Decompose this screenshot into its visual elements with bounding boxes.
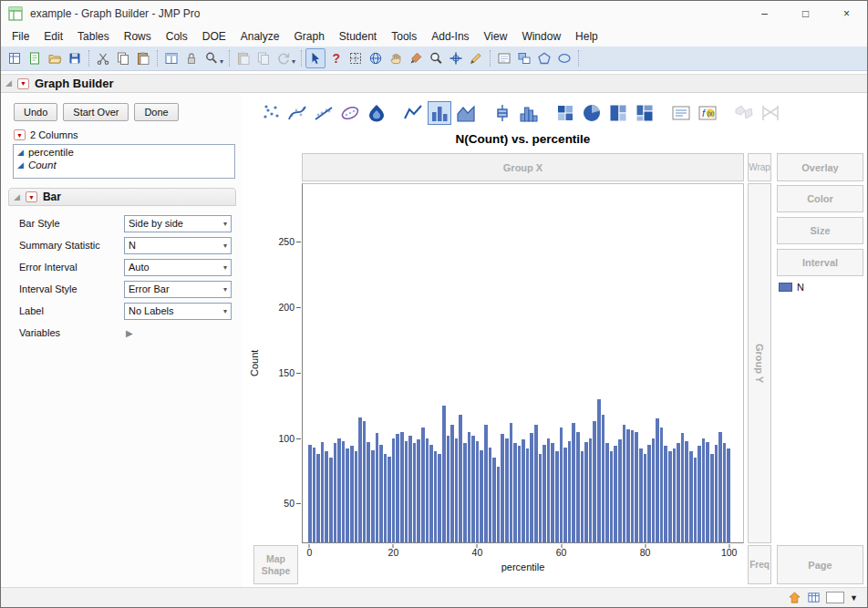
mosaic-element-icon[interactable]	[633, 101, 656, 125]
bar[interactable]	[673, 448, 677, 542]
red-triangle-menu-icon[interactable]: ▼	[17, 78, 29, 89]
bar[interactable]	[321, 442, 325, 542]
dropdown-caret-icon[interactable]: ▾	[220, 57, 223, 66]
bar[interactable]	[631, 430, 635, 542]
undo-button[interactable]: Undo	[14, 103, 57, 121]
color-zone[interactable]: Color	[777, 185, 863, 212]
bar[interactable]	[371, 450, 375, 542]
menu-view[interactable]: View	[477, 27, 515, 46]
points-element-icon[interactable]	[259, 101, 283, 125]
menu-addins[interactable]: Add-Ins	[424, 27, 476, 46]
open-icon[interactable]	[45, 48, 65, 68]
selection-icon[interactable]	[346, 48, 366, 68]
bar[interactable]	[572, 423, 575, 542]
menu-tables[interactable]: Tables	[70, 27, 117, 46]
error-interval-select[interactable]: Auto▾	[124, 259, 232, 276]
histogram-element-icon[interactable]	[517, 101, 541, 125]
bar[interactable]	[542, 445, 546, 542]
bar[interactable]	[597, 399, 601, 542]
menu-file[interactable]: File	[5, 27, 36, 46]
brush-icon[interactable]	[406, 48, 426, 68]
bar[interactable]	[384, 454, 388, 542]
menu-student[interactable]: Student	[332, 27, 384, 46]
menu-graph[interactable]: Graph	[286, 27, 331, 46]
magnifier-icon[interactable]	[426, 48, 446, 68]
disclosure-triangle-icon[interactable]: ◢	[5, 79, 12, 88]
bar[interactable]	[715, 445, 718, 542]
bar[interactable]	[468, 432, 471, 542]
bar[interactable]	[644, 454, 647, 542]
lock-icon[interactable]	[181, 48, 202, 68]
page-zone[interactable]: Page	[777, 545, 863, 584]
menu-doe[interactable]: DOE	[195, 27, 233, 46]
bar[interactable]	[489, 448, 492, 542]
menu-edit[interactable]: Edit	[36, 27, 70, 46]
bar[interactable]	[635, 432, 638, 542]
contour-element-icon[interactable]	[365, 101, 388, 125]
bar[interactable]	[681, 433, 685, 542]
bar[interactable]	[358, 417, 362, 542]
bar[interactable]	[639, 448, 643, 542]
layout-icon[interactable]	[161, 48, 181, 68]
close-button[interactable]: ×	[826, 1, 867, 26]
bar[interactable]	[342, 441, 346, 542]
bar[interactable]	[584, 442, 588, 542]
bar[interactable]	[647, 445, 651, 542]
map-shapes-element-icon[interactable]	[732, 101, 756, 125]
heatmap-element-icon[interactable]	[553, 101, 577, 125]
bar[interactable]	[492, 458, 496, 542]
bar[interactable]	[539, 454, 542, 542]
bar[interactable]	[346, 448, 349, 542]
bar[interactable]	[602, 415, 605, 542]
save-icon[interactable]	[65, 48, 85, 68]
bar[interactable]	[664, 446, 667, 542]
columns-list[interactable]: ◢percentile◢Count	[13, 144, 235, 179]
bar[interactable]	[510, 423, 513, 542]
wrap-zone[interactable]: Wrap	[748, 153, 771, 181]
menu-help[interactable]: Help	[568, 27, 605, 46]
bar[interactable]	[605, 443, 609, 542]
menu-rows[interactable]: Rows	[117, 27, 159, 46]
cut-icon[interactable]	[93, 48, 113, 68]
bar[interactable]	[329, 458, 333, 542]
bar[interactable]	[417, 439, 420, 542]
pen-icon[interactable]	[466, 48, 486, 68]
bar[interactable]	[388, 457, 391, 542]
title-bar[interactable]: example - Graph Builder - JMP Pro – □ ×	[1, 1, 867, 26]
bar[interactable]	[421, 428, 425, 542]
y-axis-label[interactable]: Count	[247, 183, 262, 543]
bar[interactable]	[459, 415, 462, 542]
bar[interactable]	[434, 451, 438, 542]
bar[interactable]	[534, 425, 538, 542]
bar[interactable]	[405, 441, 408, 542]
bar[interactable]	[447, 436, 450, 542]
bar[interactable]	[408, 436, 412, 542]
oval-icon[interactable]	[554, 48, 574, 68]
bar[interactable]	[614, 446, 617, 542]
bar-section-header[interactable]: ◢ ▼ Bar	[8, 188, 236, 206]
bar[interactable]	[522, 439, 525, 542]
variables-expand-icon[interactable]: ▶	[126, 328, 133, 338]
menu-window[interactable]: Window	[514, 27, 568, 46]
new-data-table-icon[interactable]	[5, 48, 25, 68]
bar[interactable]	[316, 454, 320, 542]
interval-zone[interactable]: Interval	[777, 249, 863, 276]
bar[interactable]	[396, 434, 399, 542]
jmp-home-icon[interactable]	[788, 591, 801, 604]
bar-disclosure-icon[interactable]: ◢	[14, 193, 20, 201]
bar[interactable]	[463, 443, 467, 542]
paste-special-icon[interactable]	[233, 48, 253, 68]
bar[interactable]	[376, 433, 379, 542]
menu-analyze[interactable]: Analyze	[233, 27, 287, 46]
bar[interactable]	[438, 454, 441, 542]
x-axis[interactable]: 020406080100	[307, 544, 731, 559]
bar-style-select[interactable]: Side by side▾	[124, 215, 232, 232]
bar[interactable]	[400, 432, 404, 542]
overlay-zone[interactable]: Overlay	[777, 153, 863, 181]
bar[interactable]	[710, 454, 714, 542]
bar-red-triangle-icon[interactable]: ▼	[26, 191, 37, 202]
bar[interactable]	[392, 438, 396, 542]
bar[interactable]	[334, 443, 337, 542]
bar[interactable]	[626, 429, 630, 542]
bar-element-icon[interactable]	[428, 101, 451, 125]
